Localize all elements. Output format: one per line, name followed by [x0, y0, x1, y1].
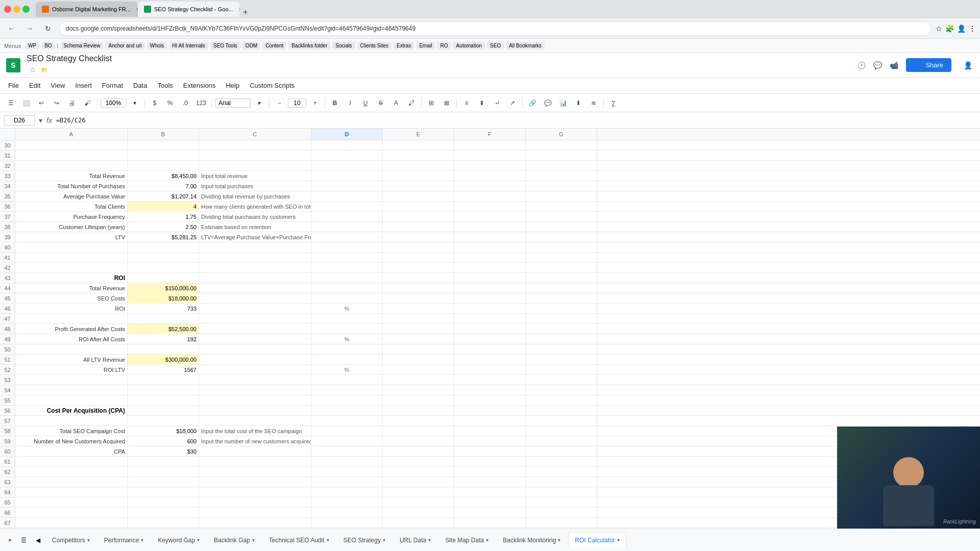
cell-c46[interactable]: [199, 304, 311, 314]
cell-c53[interactable]: [199, 375, 311, 385]
cell-a55[interactable]: [15, 395, 128, 406]
cell-a56[interactable]: Cost Per Acquisition (CPA): [15, 406, 128, 416]
cell-f49[interactable]: [454, 334, 526, 344]
menu-tools[interactable]: Tools: [153, 80, 177, 91]
sheet-tab-keyword-gap[interactable]: Keyword Gap ▾: [151, 532, 206, 548]
cell-g54[interactable]: [526, 385, 597, 395]
cell-f35[interactable]: [454, 191, 526, 202]
sheet-tab-site-map-dropdown[interactable]: ▾: [486, 537, 488, 543]
cell-e35[interactable]: [383, 191, 454, 202]
text-color-btn[interactable]: A: [389, 96, 403, 110]
ext-backlinks[interactable]: Backlinks folder: [288, 42, 330, 49]
cell-g49[interactable]: [526, 334, 597, 344]
cell-g56[interactable]: [526, 406, 597, 416]
cell-a57[interactable]: [15, 416, 128, 426]
menu-toggle-btn[interactable]: ☰: [4, 96, 17, 110]
cell-c57[interactable]: [199, 416, 311, 426]
cell-f57[interactable]: [454, 416, 526, 426]
sheet-tab-performance-dropdown[interactable]: ▾: [141, 537, 143, 543]
print-layout-btn[interactable]: ⬜: [19, 96, 33, 110]
cell-e41[interactable]: [383, 253, 454, 263]
ext-content[interactable]: Content: [262, 42, 286, 49]
cell-g44[interactable]: [526, 283, 597, 293]
cell-c49[interactable]: [199, 334, 311, 344]
cell-a58[interactable]: Total SEO Campaign Cost: [15, 426, 128, 436]
cell-c44[interactable]: [199, 283, 311, 293]
cell-a60[interactable]: CPA: [15, 446, 128, 457]
ext-whois[interactable]: Whois: [147, 42, 167, 49]
cell-b30[interactable]: [128, 140, 199, 151]
cell-b47[interactable]: [128, 314, 199, 324]
cell-d33[interactable]: [311, 171, 383, 181]
cell-g30[interactable]: [526, 140, 597, 151]
underline-btn[interactable]: U: [359, 96, 372, 110]
cell-d45[interactable]: [311, 293, 383, 304]
cell-a47[interactable]: [15, 314, 128, 324]
cell-b48[interactable]: $52,500.00: [128, 324, 199, 334]
maximize-window-btn[interactable]: [22, 6, 30, 13]
menu-view[interactable]: View: [46, 80, 69, 91]
cell-d54[interactable]: [311, 385, 383, 395]
cell-a36[interactable]: Total Clients: [15, 202, 128, 212]
cell-d43[interactable]: [311, 273, 383, 283]
cell-c47[interactable]: [199, 314, 311, 324]
cell-f48[interactable]: [454, 324, 526, 334]
minimize-window-btn[interactable]: [13, 6, 20, 13]
cell-f45[interactable]: [454, 293, 526, 304]
cell-e40[interactable]: [383, 242, 454, 253]
cell-c61[interactable]: [199, 457, 311, 467]
profile-icon[interactable]: 👤: [957, 24, 966, 33]
cell-b52[interactable]: 1567: [128, 365, 199, 375]
cell-a53[interactable]: [15, 375, 128, 385]
cell-g52[interactable]: [526, 365, 597, 375]
cell-a48[interactable]: Profit Generated After Costs: [15, 324, 128, 334]
cell-f59[interactable]: [454, 436, 526, 446]
cell-e32[interactable]: [383, 161, 454, 171]
cell-b40[interactable]: [128, 242, 199, 253]
cell-d42[interactable]: [311, 263, 383, 273]
tab-2[interactable]: SEO Strategy Checklist - Goo... ✕: [138, 2, 240, 17]
col-header-d[interactable]: D: [311, 129, 383, 140]
cell-e58[interactable]: [383, 426, 454, 436]
menu-file[interactable]: File: [4, 80, 23, 91]
close-window-btn[interactable]: [4, 6, 11, 13]
format-percent-btn[interactable]: %: [163, 96, 177, 110]
cell-f41[interactable]: [454, 253, 526, 263]
format-num-btn[interactable]: 123: [194, 96, 208, 110]
cell-c51[interactable]: [199, 355, 311, 365]
cell-d41[interactable]: [311, 253, 383, 263]
cell-a37[interactable]: Purchase Frequency: [15, 212, 128, 222]
cell-b51[interactable]: $300,000.00: [128, 355, 199, 365]
cell-f53[interactable]: [454, 375, 526, 385]
cell-g43[interactable]: [526, 273, 597, 283]
cell-a30[interactable]: [15, 140, 128, 151]
fill-color-btn[interactable]: 🖍: [405, 96, 418, 110]
cell-d60[interactable]: [311, 446, 383, 457]
cell-d48[interactable]: [311, 324, 383, 334]
ext-email[interactable]: Email: [416, 42, 435, 49]
cell-b45[interactable]: $18,000.00: [128, 293, 199, 304]
ext-automation[interactable]: Automation: [453, 42, 485, 49]
ext-anchor[interactable]: Anchor and url: [105, 42, 144, 49]
cell-c55[interactable]: [199, 395, 311, 406]
cell-b37[interactable]: 1.75: [128, 212, 199, 222]
ext-all-bookmarks[interactable]: All Bookmarks: [506, 42, 545, 49]
grid-wrapper[interactable]: A B C D E F G 30 31: [0, 129, 980, 529]
sheet-tab-competitors[interactable]: Competitors ▾: [45, 532, 96, 548]
sheet-tab-technical-seo[interactable]: Technical SEO Audit ▾: [262, 532, 336, 548]
cell-f43[interactable]: [454, 273, 526, 283]
col-header-c[interactable]: C: [199, 129, 311, 140]
cell-g50[interactable]: [526, 344, 597, 355]
address-bar[interactable]: docs.google.com/spreadsheets/d/1HFZrBctk…: [59, 21, 932, 36]
link-btn[interactable]: 🔗: [526, 96, 539, 110]
cell-f32[interactable]: [454, 161, 526, 171]
cell-a43[interactable]: ROI: [15, 273, 128, 283]
format-currency-btn[interactable]: $: [148, 96, 161, 110]
cell-g41[interactable]: [526, 253, 597, 263]
font-dropdown-btn[interactable]: ▾: [253, 96, 266, 110]
cell-a45[interactable]: SEO Costs: [15, 293, 128, 304]
cell-reference-input[interactable]: [4, 115, 35, 126]
cell-b42[interactable]: [128, 263, 199, 273]
ext-seo[interactable]: SEO: [487, 42, 504, 49]
cell-e34[interactable]: [383, 181, 454, 191]
